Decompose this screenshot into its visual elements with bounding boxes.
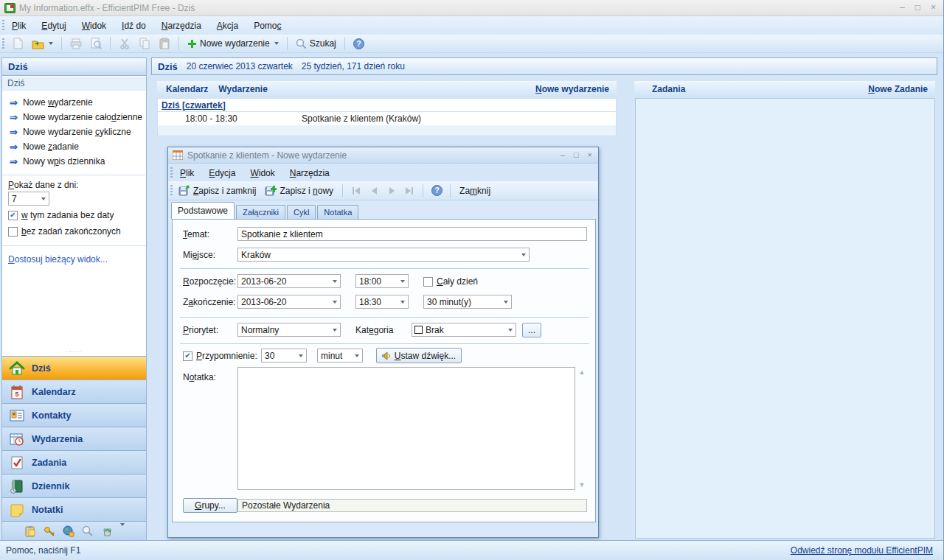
tasks-list-empty[interactable] bbox=[635, 98, 935, 539]
more-chevron-icon[interactable] bbox=[120, 526, 125, 536]
dropdown-arrow-icon[interactable] bbox=[500, 301, 511, 304]
tasks-without-date-checkbox[interactable] bbox=[8, 211, 18, 220]
start-date-select[interactable]: 2013-06-20 bbox=[237, 274, 341, 288]
new-event-link[interactable]: Nowe wydarzenie bbox=[535, 84, 609, 94]
new-file-button[interactable] bbox=[9, 35, 27, 52]
link-new-event[interactable]: ⇒ Nowe wydarzenie bbox=[2, 95, 146, 110]
dropdown-arrow-icon[interactable] bbox=[329, 329, 340, 332]
menu-plik[interactable]: Plik bbox=[12, 21, 26, 31]
event-group-header[interactable]: Dziś [czwartek] bbox=[158, 99, 616, 112]
event-row[interactable]: 18:00 - 18:30 Spotkanie z klientem (Krak… bbox=[158, 112, 616, 125]
dialog-help-icon[interactable]: ? bbox=[429, 183, 444, 198]
save-and-new-button[interactable]: Zapisz i nowy bbox=[262, 183, 336, 197]
last-record-button[interactable] bbox=[402, 183, 417, 198]
dropdown-arrow-icon[interactable] bbox=[397, 301, 408, 304]
dialog-minimize-button[interactable]: – bbox=[560, 150, 565, 159]
nav-wydarzenia[interactable]: Wydarzenia bbox=[2, 427, 146, 450]
menu-idz-do[interactable]: Idź do bbox=[122, 21, 146, 31]
priority-select[interactable]: Normalny bbox=[237, 323, 341, 337]
close-dialog-button[interactable]: Zamknij bbox=[457, 184, 493, 197]
search-small-icon[interactable] bbox=[82, 525, 94, 537]
note-textarea[interactable] bbox=[237, 367, 575, 490]
nav-kalendarz[interactable]: 5 Kalendarz bbox=[2, 379, 146, 403]
dialog-menu-narzedzia[interactable]: Narzędzia bbox=[290, 168, 330, 178]
menu-widok[interactable]: Widok bbox=[82, 21, 106, 31]
link-new-recurring-event[interactable]: ⇒ Nowe wydarzenie cykliczne bbox=[2, 125, 146, 139]
reminder-checkbox[interactable] bbox=[183, 351, 192, 361]
open-file-button[interactable] bbox=[29, 35, 56, 52]
reminder-unit-select[interactable]: minut bbox=[317, 349, 363, 363]
end-time-select[interactable]: 18:30 bbox=[355, 295, 409, 309]
open-dropdown-arrow-icon[interactable] bbox=[49, 42, 53, 45]
customize-view-link[interactable]: Dostosuj bieżący widok... bbox=[8, 254, 108, 265]
new-event-button[interactable]: Nowe wydarzenie bbox=[184, 35, 282, 52]
dialog-menu-plik[interactable]: Plik bbox=[180, 168, 194, 178]
nav-kontakty[interactable]: Kontakty bbox=[2, 403, 146, 427]
menu-pomoc[interactable]: Pomoc bbox=[254, 21, 281, 31]
cut-button[interactable] bbox=[116, 35, 133, 52]
print-preview-button[interactable] bbox=[87, 35, 105, 52]
module-website-link[interactable]: Odwiedź stronę modułu EfficientPIM bbox=[791, 545, 933, 556]
help-button[interactable]: ? bbox=[350, 35, 368, 52]
dropdown-arrow-icon[interactable] bbox=[295, 354, 306, 357]
link-new-task[interactable]: ⇒ Nowe zadanie bbox=[2, 139, 146, 154]
dropdown-arrow-icon[interactable] bbox=[351, 354, 362, 357]
menu-akcja[interactable]: Akcja bbox=[217, 21, 238, 31]
without-completed-tasks-checkbox[interactable] bbox=[8, 227, 18, 237]
dialog-menu-edycja[interactable]: Edycja bbox=[209, 168, 235, 178]
nav-dziennik[interactable]: Dziennik bbox=[2, 474, 146, 497]
note-scrollbar[interactable]: ▲ ▼ bbox=[577, 368, 587, 489]
nav-notatki[interactable]: Notatki bbox=[2, 497, 146, 521]
dialog-maximize-button[interactable]: □ bbox=[574, 150, 579, 159]
set-sound-button[interactable]: Ustaw dźwięk... bbox=[376, 348, 462, 363]
previous-record-button[interactable] bbox=[367, 183, 381, 198]
recycle-bin-icon[interactable] bbox=[101, 525, 113, 537]
minimize-button[interactable]: – bbox=[900, 2, 905, 13]
password-key-icon[interactable] bbox=[44, 525, 55, 537]
location-select[interactable]: Kraków bbox=[237, 248, 530, 262]
new-event-dropdown-arrow-icon[interactable] bbox=[274, 42, 279, 45]
save-and-close-button[interactable]: Zapisz i zamknij bbox=[176, 183, 259, 197]
nav-dzis[interactable]: Dziś bbox=[2, 356, 146, 379]
tab-cykl[interactable]: Cykl bbox=[287, 205, 316, 219]
tab-notatka[interactable]: Notatka bbox=[317, 205, 358, 219]
link-new-journal-entry[interactable]: ⇒ Nowy wpis dziennika bbox=[2, 154, 146, 169]
subject-input[interactable] bbox=[237, 227, 587, 241]
reminder-value-select[interactable]: 30 bbox=[261, 349, 307, 363]
web-lock-icon[interactable] bbox=[63, 525, 74, 537]
tab-zalaczniki[interactable]: Załączniki bbox=[236, 205, 285, 219]
maximize-button[interactable]: □ bbox=[915, 2, 920, 13]
paste-button[interactable] bbox=[156, 35, 173, 52]
menu-edytuj[interactable]: Edytuj bbox=[41, 21, 66, 31]
dropdown-arrow-icon[interactable] bbox=[518, 253, 529, 256]
nav-zadania[interactable]: Zadania bbox=[2, 450, 146, 474]
duration-select[interactable]: 30 minut(y) bbox=[423, 295, 512, 309]
new-task-link[interactable]: Nowe Zadanie bbox=[868, 84, 928, 94]
start-time-select[interactable]: 18:00 bbox=[355, 274, 409, 288]
end-date-select[interactable]: 2013-06-20 bbox=[237, 295, 341, 309]
first-record-button[interactable] bbox=[349, 183, 364, 198]
print-button[interactable] bbox=[67, 35, 85, 52]
tab-podstawowe[interactable]: Podstawowe bbox=[171, 202, 235, 219]
next-record-button[interactable] bbox=[384, 183, 399, 198]
link-new-allday-event[interactable]: ⇒ Nowe wydarzenie całodzienne bbox=[2, 110, 146, 125]
groups-button[interactable]: Grupy... bbox=[183, 498, 237, 513]
search-button[interactable]: Szukaj bbox=[293, 35, 339, 52]
dialog-close-button[interactable]: × bbox=[588, 150, 592, 159]
category-select[interactable]: Brak bbox=[412, 323, 516, 337]
dropdown-arrow-icon[interactable] bbox=[397, 280, 408, 283]
close-button[interactable]: × bbox=[931, 2, 936, 13]
menu-narzedzia[interactable]: Narzędzia bbox=[162, 21, 201, 31]
scroll-down-icon[interactable]: ▼ bbox=[579, 481, 586, 489]
copy-button[interactable] bbox=[136, 35, 153, 52]
dropdown-arrow-icon[interactable] bbox=[329, 301, 340, 304]
splitter-grip[interactable]: ∙∙∙∙∙ bbox=[2, 349, 146, 354]
category-more-button[interactable]: ... bbox=[522, 323, 541, 337]
days-count-select[interactable]: 7 bbox=[8, 192, 49, 206]
dropdown-arrow-icon[interactable] bbox=[38, 197, 49, 200]
dropdown-arrow-icon[interactable] bbox=[504, 329, 516, 332]
dropdown-arrow-icon[interactable] bbox=[329, 280, 340, 283]
dialog-menu-widok[interactable]: Widok bbox=[250, 168, 274, 178]
scroll-up-icon[interactable]: ▲ bbox=[579, 368, 586, 376]
desktop-notes-icon[interactable] bbox=[24, 525, 36, 537]
